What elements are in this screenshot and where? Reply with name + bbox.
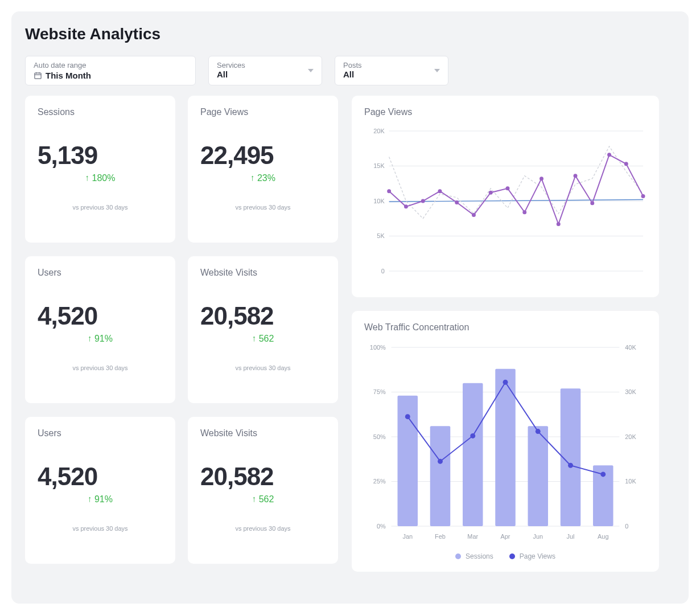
services-filter-value: All: [217, 69, 314, 79]
stat-card-website-visits: Website Visits 20,582 ↑ 562 vs previous …: [188, 256, 338, 403]
stat-value: 20,582: [200, 462, 326, 491]
svg-rect-0: [35, 73, 41, 79]
svg-rect-50: [528, 426, 548, 526]
stat-card-website-visits-2: Website Visits 20,582 ↑ 562 vs previous …: [188, 417, 338, 564]
web-traffic-chart-card: Web Traffic Concentration 0%025%10K50%20…: [352, 311, 659, 572]
svg-point-27: [590, 201, 594, 205]
svg-text:5K: 5K: [377, 232, 385, 239]
stat-title: Users: [38, 268, 163, 278]
arrow-up-icon: ↑: [250, 173, 255, 182]
stat-delta: ↑ 91%: [38, 334, 163, 344]
legend-item-sessions: Sessions: [455, 552, 493, 560]
svg-point-30: [641, 194, 645, 198]
svg-point-65: [568, 463, 573, 468]
charts-column: Page Views 05K10K15K20K Web Traffic Conc…: [352, 96, 659, 572]
services-filter[interactable]: Services All: [208, 56, 322, 85]
calendar-icon: [34, 71, 42, 80]
svg-point-61: [438, 459, 443, 464]
svg-point-25: [557, 222, 561, 226]
svg-point-26: [574, 174, 578, 178]
svg-text:Aug: Aug: [598, 533, 608, 540]
arrow-up-icon: ↑: [252, 494, 257, 503]
svg-text:Mar: Mar: [467, 533, 478, 540]
legend-dot-icon: [455, 554, 461, 559]
arrow-up-icon: ↑: [88, 494, 92, 503]
svg-point-24: [540, 177, 543, 181]
svg-point-29: [624, 162, 628, 166]
stat-sub: vs previous 30 days: [38, 525, 163, 532]
stat-delta: ↑ 180%: [38, 173, 163, 183]
svg-point-17: [421, 199, 425, 203]
svg-text:20K: 20K: [625, 433, 636, 440]
stat-delta: ↑ 562: [200, 494, 326, 505]
chevron-down-icon: [434, 69, 440, 72]
stat-value: 22,495: [200, 141, 326, 170]
svg-rect-48: [463, 383, 483, 526]
svg-text:20K: 20K: [373, 128, 385, 134]
svg-text:0: 0: [625, 523, 628, 530]
svg-point-28: [607, 153, 611, 157]
arrow-up-icon: ↑: [252, 333, 257, 343]
stat-delta: ↑ 562: [200, 334, 326, 344]
stat-delta: ↑ 91%: [38, 494, 163, 505]
svg-point-62: [470, 433, 475, 438]
chart-legend: Sessions Page Views: [364, 552, 647, 560]
stat-delta: ↑ 23%: [200, 173, 326, 183]
svg-text:Feb: Feb: [435, 533, 446, 540]
stat-value: 4,520: [38, 462, 163, 491]
stats-column: Sessions 5,139 ↑ 180% vs previous 30 day…: [25, 96, 338, 572]
filters-row: Auto date range This Month Services All …: [25, 56, 675, 85]
posts-filter[interactable]: Posts All: [335, 56, 448, 85]
stat-card-sessions: Sessions 5,139 ↑ 180% vs previous 30 day…: [25, 96, 175, 243]
arrow-up-icon: ↑: [85, 173, 90, 182]
svg-text:50%: 50%: [373, 433, 386, 440]
svg-point-66: [600, 472, 606, 477]
posts-filter-value: All: [343, 69, 440, 79]
stat-value: 4,520: [38, 302, 163, 330]
svg-text:0%: 0%: [377, 523, 386, 530]
svg-point-15: [387, 189, 391, 193]
date-filter-label: Auto date range: [34, 61, 187, 69]
stat-value: 5,139: [38, 141, 163, 170]
page-views-chart: 05K10K15K20K: [364, 126, 647, 286]
svg-text:40K: 40K: [625, 344, 636, 351]
page-views-chart-card: Page Views 05K10K15K20K: [352, 96, 659, 297]
svg-text:10K: 10K: [625, 478, 636, 485]
page-title: Website Analytics: [25, 25, 675, 43]
svg-text:75%: 75%: [373, 388, 386, 395]
legend-item-page-views: Page Views: [509, 552, 555, 560]
svg-text:Jul: Jul: [567, 533, 575, 540]
stat-card-users-2: Users 4,520 ↑ 91% vs previous 30 days: [25, 417, 175, 564]
stat-title: Website Visits: [200, 428, 326, 438]
arrow-up-icon: ↑: [88, 333, 92, 343]
chart-title: Page Views: [364, 107, 647, 117]
svg-text:Apr: Apr: [501, 533, 510, 540]
svg-text:30K: 30K: [625, 388, 636, 395]
date-filter-value: This Month: [46, 71, 91, 80]
stat-card-users: Users 4,520 ↑ 91% vs previous 30 days: [25, 256, 175, 403]
svg-point-19: [455, 200, 459, 204]
web-traffic-chart: 0%025%10K50%20K75%30K100%40KJanFebMarApr…: [364, 342, 647, 547]
svg-text:25%: 25%: [373, 478, 386, 485]
svg-point-64: [536, 429, 541, 434]
svg-point-23: [522, 210, 526, 214]
posts-filter-label: Posts: [343, 61, 440, 69]
svg-text:0: 0: [381, 268, 385, 274]
svg-point-18: [438, 189, 442, 193]
date-range-filter[interactable]: Auto date range This Month: [25, 56, 196, 85]
svg-text:10K: 10K: [373, 198, 385, 204]
svg-point-21: [489, 191, 493, 195]
svg-point-60: [405, 414, 410, 419]
chevron-down-icon: [308, 69, 314, 72]
svg-point-20: [472, 213, 476, 217]
stat-title: Sessions: [38, 107, 163, 117]
svg-text:100%: 100%: [370, 344, 386, 351]
stat-sub: vs previous 30 days: [200, 204, 326, 211]
stat-title: Website Visits: [200, 268, 326, 278]
services-filter-label: Services: [217, 61, 314, 69]
stat-card-page-views: Page Views 22,495 ↑ 23% vs previous 30 d…: [188, 96, 338, 243]
svg-text:15K: 15K: [373, 162, 385, 169]
svg-point-16: [404, 204, 408, 208]
stat-sub: vs previous 30 days: [38, 364, 163, 371]
stat-sub: vs previous 30 days: [38, 204, 163, 211]
